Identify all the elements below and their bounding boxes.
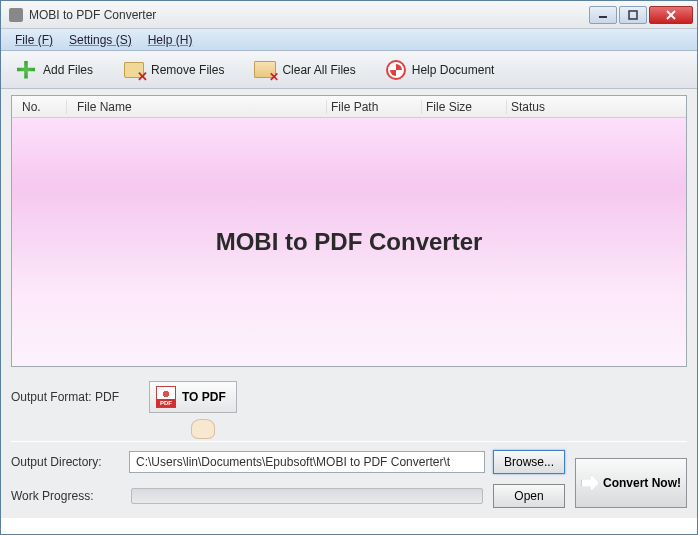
- output-dir-label: Output Directory:: [11, 455, 121, 469]
- separator: [11, 441, 687, 442]
- minimize-button[interactable]: [589, 6, 617, 24]
- col-no[interactable]: No.: [12, 100, 67, 114]
- bottom-panel: Output Format: PDF TO PDF Output Directo…: [1, 375, 697, 518]
- remove-files-label: Remove Files: [151, 63, 224, 77]
- toolbar: Add Files Remove Files Clear All Files H…: [1, 51, 697, 89]
- col-name[interactable]: File Name: [67, 100, 327, 114]
- browse-button[interactable]: Browse...: [493, 450, 565, 474]
- help-document-label: Help Document: [412, 63, 495, 77]
- file-list: No. File Name File Path File Size Status…: [11, 95, 687, 367]
- col-status[interactable]: Status: [507, 100, 592, 114]
- window-title: MOBI to PDF Converter: [29, 8, 587, 22]
- watermark-text: MOBI to PDF Converter: [216, 228, 483, 256]
- clear-all-button[interactable]: Clear All Files: [246, 55, 363, 85]
- menu-file[interactable]: File (F): [7, 33, 61, 47]
- add-files-label: Add Files: [43, 63, 93, 77]
- to-pdf-label: TO PDF: [182, 390, 226, 404]
- convert-now-button[interactable]: Convert Now!: [575, 458, 687, 508]
- arrow-right-icon: [581, 475, 599, 491]
- list-body: MOBI to PDF Converter: [12, 118, 686, 366]
- convert-now-label: Convert Now!: [603, 476, 681, 490]
- output-dir-input[interactable]: [129, 451, 485, 473]
- maximize-button[interactable]: [619, 6, 647, 24]
- titlebar: MOBI to PDF Converter: [1, 1, 697, 29]
- close-button[interactable]: [649, 6, 693, 24]
- menu-help[interactable]: Help (H): [140, 33, 201, 47]
- app-icon: [9, 8, 23, 22]
- menubar: File (F) Settings (S) Help (H): [1, 29, 697, 51]
- progress-bar: [131, 488, 483, 504]
- clear-all-label: Clear All Files: [282, 63, 355, 77]
- col-path[interactable]: File Path: [327, 100, 422, 114]
- lifebuoy-icon: [386, 60, 406, 80]
- help-document-button[interactable]: Help Document: [378, 56, 503, 84]
- open-button[interactable]: Open: [493, 484, 565, 508]
- svg-rect-1: [629, 11, 637, 19]
- remove-files-button[interactable]: Remove Files: [115, 55, 232, 85]
- remove-file-icon: [123, 59, 145, 81]
- hand-icon: [191, 419, 215, 439]
- to-pdf-button[interactable]: TO PDF: [149, 381, 237, 413]
- menu-settings[interactable]: Settings (S): [61, 33, 140, 47]
- list-header: No. File Name File Path File Size Status: [12, 96, 686, 118]
- clear-folder-icon: [254, 59, 276, 81]
- pdf-icon: [156, 386, 176, 408]
- output-format-label: Output Format: PDF: [11, 390, 141, 404]
- file-list-panel: No. File Name File Path File Size Status…: [1, 89, 697, 375]
- plus-icon: [15, 59, 37, 81]
- add-files-button[interactable]: Add Files: [7, 55, 101, 85]
- col-size[interactable]: File Size: [422, 100, 507, 114]
- progress-label: Work Progress:: [11, 489, 121, 503]
- window-controls: [587, 6, 693, 24]
